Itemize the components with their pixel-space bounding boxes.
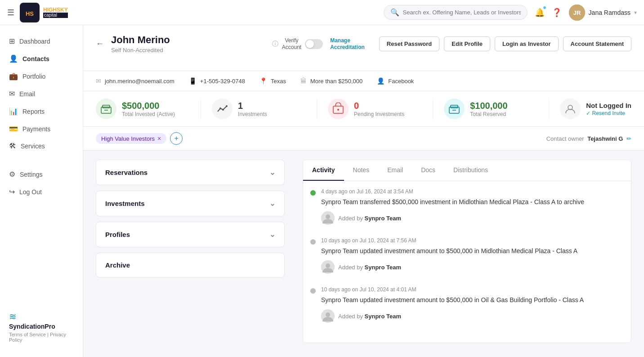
add-tag-button[interactable]: + (170, 132, 183, 145)
sidebar-item-payments[interactable]: 💳 Payments (0, 120, 83, 138)
settings-icon: ⚙ (9, 170, 15, 178)
reset-password-button[interactable]: Reset Password (379, 36, 439, 51)
notification-icon[interactable]: 🔔 (535, 8, 545, 18)
tag-chip-high-value: High Value Investors × (96, 133, 166, 144)
profile-name-block: John Merino Self Non-Accredited (111, 34, 265, 54)
sidebar-item-services[interactable]: 🛠 Services (0, 138, 83, 155)
logo-text: HIGHSKY capital (43, 7, 68, 18)
sidebar-item-settings[interactable]: ⚙ Settings (0, 165, 83, 183)
reserved-value: $100,000 (470, 101, 507, 111)
profile-header-top: ← John Merino Self Non-Accredited ⓘ Veri… (96, 34, 631, 54)
activity-avatar-2 (321, 260, 335, 274)
contacts-icon: 👤 (9, 54, 18, 63)
dot-col-2 (310, 237, 316, 274)
help-icon[interactable]: ❓ (552, 8, 562, 18)
syndication-wave-icon: ≋ (9, 311, 17, 322)
tab-docs[interactable]: Docs (412, 160, 444, 181)
tab-email[interactable]: Email (378, 160, 412, 181)
user-chevron-icon: ▾ (634, 9, 637, 16)
tab-distributions[interactable]: Distributions (444, 160, 497, 181)
user-menu[interactable]: JR Jana Ramdass ▾ (569, 4, 637, 21)
sidebar-item-dashboard[interactable]: ⊞ Dashboard (0, 32, 83, 50)
stat-total-invested: $500,000 Total Invested (Active) (96, 98, 201, 119)
stat-pending-content: 0 Pending Investments (354, 101, 404, 117)
account-statement-button[interactable]: Account Statement (563, 36, 631, 51)
contact-location: 📍 Texas (259, 77, 300, 85)
tag-remove-button[interactable]: × (157, 135, 161, 142)
logo-icon: HS (20, 3, 40, 22)
sidebar-item-portfolio[interactable]: 💼 Portfolio (0, 67, 83, 85)
menu-icon[interactable]: ☰ (7, 8, 14, 18)
svg-point-11 (337, 109, 339, 111)
edit-profile-button[interactable]: Edit Profile (444, 36, 490, 51)
avatar: JR (569, 4, 585, 21)
tab-activity[interactable]: Activity (303, 160, 344, 181)
email-value: john.merino@noemail.com (105, 78, 174, 85)
tabs-header: Activity Notes Email Docs Distributions (303, 160, 631, 181)
sidebar-item-email[interactable]: ✉ Email (0, 85, 83, 103)
profile-subtitle: Self Non-Accredited (111, 47, 265, 54)
contact-owner: Contact owner Tejashwini G ✏ (546, 135, 631, 142)
svg-point-21 (326, 312, 330, 317)
activity-content-2: 10 days ago on Jul 10, 2024 at 7:56 AM S… (321, 237, 624, 274)
login-as-investor-button[interactable]: Login as Investor (495, 36, 559, 51)
profiles-header[interactable]: Profiles ⌄ (96, 222, 284, 247)
reservations-header[interactable]: Reservations ⌄ (96, 160, 284, 185)
sidebar-label-portfolio: Portfolio (22, 73, 45, 80)
activity-avatar-3 (321, 309, 335, 323)
stat-login-content: Not Logged In ✓ Resend Invite (586, 102, 631, 116)
terms-link[interactable]: Terms of Service (9, 332, 46, 337)
logout-icon: ↪ (9, 187, 15, 196)
back-button[interactable]: ← (96, 39, 104, 49)
activity-item-1: 4 days ago on Jul 16, 2024 at 3:54 AM Sy… (310, 188, 624, 225)
owner-edit-icon[interactable]: ✏ (626, 135, 631, 142)
sidebar-label-email: Email (19, 90, 35, 98)
stat-reserved: $100,000 Total Reserved (444, 98, 549, 119)
manage-accreditation-link[interactable]: Manage Accreditation (330, 37, 365, 50)
activity-dot-gray-2 (310, 239, 316, 245)
verify-help-icon: ⓘ (272, 40, 278, 48)
verify-toggle[interactable] (305, 39, 323, 49)
login-status-value: Not Logged In (586, 102, 631, 109)
search-input[interactable] (403, 9, 521, 16)
archive-header[interactable]: Archive (96, 253, 284, 277)
sidebar-footer: ≋ SyndicationPro Terms of Service | Priv… (0, 304, 83, 350)
stat-pending: 0 Pending Investments (328, 98, 433, 119)
svg-point-7 (219, 107, 221, 109)
sidebar-item-logout[interactable]: ↪ Log Out (0, 183, 83, 201)
sidebar-item-contacts[interactable]: 👤 Contacts (0, 50, 83, 67)
investments-header[interactable]: Investments ⌄ (96, 191, 284, 216)
dot-col-1 (310, 188, 316, 225)
email-contact-icon: ✉ (96, 77, 101, 85)
contact-phone: 📱 +1-505-329-0748 (189, 77, 259, 85)
activity-added-by-1: Added by Synpro Team (338, 215, 401, 222)
username: Jana Ramdass (589, 9, 631, 16)
reservations-label: Reservations (105, 169, 148, 176)
stat-login-status: Not Logged In ✓ Resend Invite (560, 98, 631, 119)
resend-invite-link[interactable]: ✓ Resend Invite (586, 110, 631, 116)
investments-accordion: Investments ⌄ (96, 191, 285, 216)
portfolio-icon: 💼 (9, 72, 18, 80)
owner-name: Tejashwini G (587, 135, 623, 142)
svg-rect-13 (451, 105, 458, 108)
reservations-accordion: Reservations ⌄ (96, 160, 285, 185)
dashboard-icon: ⊞ (9, 37, 15, 45)
search-box[interactable]: 🔍 (384, 5, 528, 20)
tab-notes[interactable]: Notes (344, 160, 379, 181)
left-panel: Reservations ⌄ Investments ⌄ Profiles ⌄ (96, 160, 285, 343)
stat-investments-content: 1 Investments (238, 101, 267, 117)
activity-user-1: Added by Synpro Team (321, 211, 624, 225)
activity-time-3: 10 days ago on Jul 10, 2024 at 4:01 AM (321, 286, 624, 293)
location-value: Texas (271, 78, 286, 85)
sidebar-item-reports[interactable]: 📊 Reports (0, 103, 83, 120)
investments-label: Investments (105, 200, 145, 207)
activity-text-1: Synpro Team transferred $500,000 investm… (321, 197, 624, 207)
source-icon: 👤 (377, 77, 385, 85)
profile-name: John Merino (111, 34, 265, 46)
logo: HS HIGHSKY capital (20, 3, 68, 22)
payments-icon: 💳 (9, 125, 18, 133)
svg-point-17 (326, 214, 330, 219)
svg-point-19 (326, 263, 330, 268)
tag-label: High Value Investors (101, 135, 155, 142)
svg-point-9 (226, 105, 228, 107)
